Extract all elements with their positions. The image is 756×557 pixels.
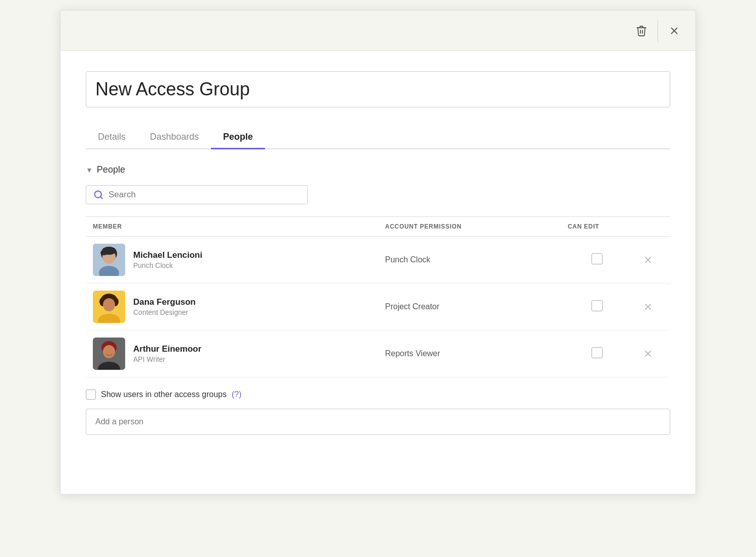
content-area: Details Dashboards People ▼ People MEMBE… [61, 51, 695, 455]
remove-member-button[interactable] [641, 253, 655, 267]
member-info: Dana Ferguson Content Designer [133, 297, 196, 316]
avatar [93, 244, 125, 276]
can-edit-cell [561, 330, 634, 377]
can-edit-checkbox[interactable] [591, 347, 603, 358]
table-row: Dana Ferguson Content Designer Project C… [86, 284, 670, 330]
toolbar-divider [658, 20, 658, 42]
remove-cell [634, 330, 670, 377]
close-button[interactable] [663, 20, 685, 42]
table-row: Michael Lencioni Punch Clock Punch Clock [86, 237, 670, 284]
member-cell: Arthur Einemoor API Writer [86, 330, 378, 377]
col-permission: ACCOUNT PERMISSION [378, 217, 561, 237]
add-person-input[interactable] [86, 409, 670, 435]
remove-member-button[interactable] [641, 347, 655, 361]
col-member: MEMBER [86, 217, 378, 237]
svg-line-3 [100, 197, 102, 199]
can-edit-cell [561, 284, 634, 330]
search-icon [93, 190, 103, 200]
svg-point-16 [103, 298, 115, 311]
show-users-label: Show users in other access groups [101, 390, 227, 399]
avatar-image [93, 291, 125, 323]
svg-point-9 [100, 250, 107, 255]
can-edit-checkbox[interactable] [591, 253, 603, 264]
tab-people[interactable]: People [211, 126, 265, 148]
permission-cell: Reports Viewer [378, 330, 561, 377]
tab-details[interactable]: Details [86, 126, 138, 148]
member-role: API Writer [133, 355, 201, 363]
member-cell: Michael Lencioni Punch Clock [86, 237, 378, 284]
close-icon [669, 25, 680, 36]
table-row: Arthur Einemoor API Writer Reports Viewe… [86, 330, 670, 377]
svg-point-22 [103, 345, 115, 358]
member-cell: Dana Ferguson Content Designer [86, 284, 378, 330]
member-info: Michael Lencioni Punch Clock [133, 250, 202, 269]
tab-dashboards[interactable]: Dashboards [138, 126, 211, 148]
delete-button[interactable] [630, 20, 653, 42]
trash-icon [635, 25, 647, 37]
help-link[interactable]: (?) [232, 390, 242, 399]
section-title: People [97, 164, 125, 175]
can-edit-checkbox[interactable] [591, 300, 603, 311]
avatar [93, 338, 125, 370]
remove-cell [634, 237, 670, 284]
tabs-bar: Details Dashboards People [86, 126, 670, 149]
people-section-header: ▼ People [86, 164, 670, 175]
permission-cell: Project Creator [378, 284, 561, 330]
col-action [634, 217, 670, 237]
modal: Details Dashboards People ▼ People MEMBE… [60, 10, 696, 494]
member-name: Michael Lencioni [133, 250, 202, 260]
members-table: MEMBER ACCOUNT PERMISSION CAN EDIT [86, 216, 670, 377]
remove-cell [634, 284, 670, 330]
avatar-image [93, 338, 125, 370]
remove-icon [643, 302, 653, 312]
member-role: Content Designer [133, 308, 196, 316]
member-name: Arthur Einemoor [133, 344, 201, 354]
show-users-row: Show users in other access groups (?) [86, 389, 670, 400]
search-input[interactable] [109, 190, 300, 200]
can-edit-cell [561, 237, 634, 284]
remove-member-button[interactable] [641, 300, 655, 314]
toggle-icon[interactable]: ▼ [86, 166, 93, 174]
avatar [93, 291, 125, 323]
remove-icon [643, 255, 653, 265]
permission-cell: Punch Clock [378, 237, 561, 284]
show-users-checkbox[interactable] [86, 389, 96, 400]
table-header-row: MEMBER ACCOUNT PERMISSION CAN EDIT [86, 217, 670, 237]
member-info: Arthur Einemoor API Writer [133, 344, 201, 363]
search-box [86, 185, 308, 204]
group-title-input[interactable] [86, 71, 670, 107]
col-can-edit: CAN EDIT [561, 217, 634, 237]
avatar-image [93, 244, 125, 276]
remove-icon [643, 349, 653, 359]
member-role: Punch Clock [133, 261, 202, 269]
member-name: Dana Ferguson [133, 297, 196, 307]
top-bar [61, 11, 695, 51]
